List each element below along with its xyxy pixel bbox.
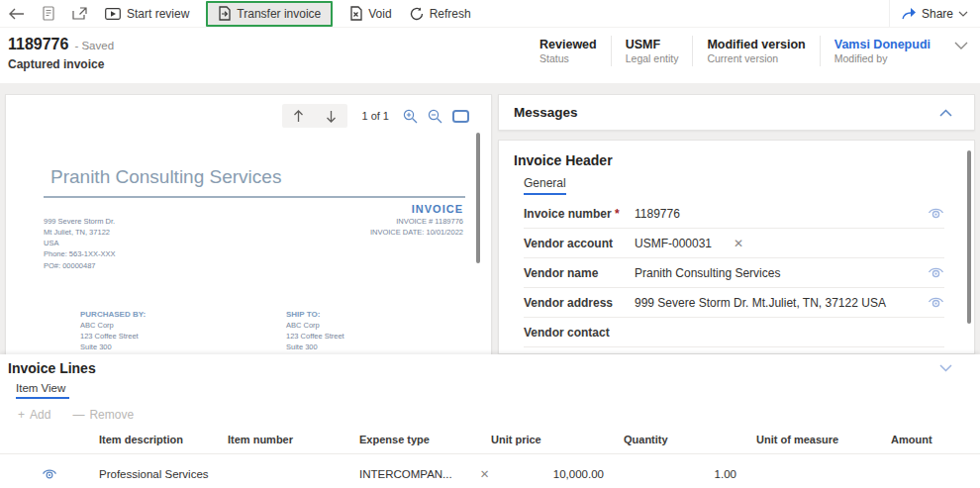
field-label: Vendor address bbox=[524, 296, 635, 310]
field-label: Vendor account bbox=[524, 237, 635, 250]
cell-expense-type[interactable]: INTERCOMPAN... ✕ bbox=[359, 454, 491, 487]
cell-item-description[interactable]: Professional Services bbox=[99, 454, 228, 487]
doc-po-number: PO#: 00000487 bbox=[44, 260, 96, 271]
fact-modified-by-value[interactable]: Vamsi Donepudi bbox=[834, 38, 931, 51]
invoice-header-panel: Invoice Header General Invoice number * … bbox=[498, 140, 975, 354]
refresh-button[interactable]: Refresh bbox=[401, 2, 480, 26]
page-indicator: 1 of 1 bbox=[361, 110, 389, 122]
void-button[interactable]: Void bbox=[341, 2, 400, 26]
clear-expense-type-icon[interactable]: ✕ bbox=[480, 467, 490, 481]
add-line-button[interactable]: + Add bbox=[18, 408, 50, 422]
record-id: 1189776 bbox=[8, 36, 68, 53]
fact-legal-entity-value: USMF bbox=[626, 38, 679, 51]
invoice-lines-panel: Invoice Lines Item View + Add — Remove I… bbox=[0, 354, 980, 488]
add-line-label: Add bbox=[30, 408, 50, 422]
locate-in-document-eye-icon[interactable] bbox=[928, 296, 944, 309]
field-label: Invoice number bbox=[524, 207, 612, 221]
captured-invoice-page: Start review Transfer invoice Void Refre… bbox=[0, 0, 980, 488]
clear-vendor-account-icon[interactable]: ✕ bbox=[734, 237, 743, 250]
invoice-header-title: Invoice Header bbox=[499, 141, 974, 168]
field-label: Vendor name bbox=[524, 266, 635, 280]
fact-legal-entity: USMF Legal entity bbox=[612, 36, 694, 66]
remove-line-button[interactable]: — Remove bbox=[72, 408, 134, 422]
cell-amount[interactable] bbox=[891, 454, 980, 487]
back-button[interactable] bbox=[0, 2, 34, 26]
fact-modified-by-label: Modified by bbox=[834, 52, 931, 64]
vendor-account-input[interactable]: USMF-000031 bbox=[635, 237, 712, 250]
preview-scrollbar[interactable] bbox=[476, 133, 480, 263]
row-locate-eye-icon[interactable] bbox=[0, 454, 99, 487]
share-button[interactable]: Share bbox=[889, 0, 980, 27]
document-preview-button[interactable] bbox=[34, 2, 63, 26]
invoice-document-image: Pranith Consulting Services INVOICE 999 … bbox=[6, 129, 491, 360]
open-in-new-window-button[interactable] bbox=[63, 2, 96, 26]
doc-company-name: Pranith Consulting Services bbox=[50, 166, 281, 188]
invoice-header-scrollbar[interactable] bbox=[967, 150, 971, 324]
fact-legal-entity-label: Legal entity bbox=[626, 52, 679, 64]
column-item-number: Item number bbox=[228, 430, 359, 454]
invoice-number-input[interactable]: 1189776 bbox=[635, 207, 680, 221]
fact-current-version-label: Current version bbox=[707, 52, 805, 64]
header-facts: Reviewed Status USMF Legal entity Modifi… bbox=[526, 36, 944, 83]
record-subtitle: Captured invoice bbox=[8, 57, 114, 71]
cell-item-number[interactable] bbox=[228, 454, 359, 487]
fit-to-width-icon[interactable] bbox=[452, 110, 469, 123]
cell-unit-of-measure[interactable] bbox=[756, 454, 891, 487]
refresh-label: Refresh bbox=[430, 7, 471, 21]
column-unit-price: Unit price bbox=[491, 430, 624, 454]
header-expand-chevron-icon[interactable] bbox=[954, 42, 968, 83]
column-unit-of-measure: Unit of measure bbox=[756, 430, 891, 454]
share-chevron-icon bbox=[958, 11, 968, 17]
invoice-lines-title: Invoice Lines bbox=[8, 360, 96, 376]
void-icon bbox=[349, 6, 362, 21]
messages-panel[interactable]: Messages bbox=[498, 94, 975, 131]
required-asterisk: * bbox=[615, 207, 620, 221]
start-review-label: Start review bbox=[127, 7, 189, 21]
cell-quantity[interactable]: 1.00 bbox=[624, 454, 756, 487]
open-in-new-window-icon bbox=[72, 7, 87, 20]
doc-vendor-address: 999 Severe Storm Dr. Mt Juliet, TN, 3712… bbox=[44, 216, 116, 259]
field-label: Vendor contact bbox=[524, 326, 635, 340]
fact-status: Reviewed Status bbox=[526, 36, 612, 66]
field-vendor-contact: Vendor contact bbox=[524, 318, 944, 347]
column-item-description: Item description bbox=[99, 430, 228, 454]
tab-item-view[interactable]: Item View bbox=[16, 382, 69, 399]
vendor-address-input[interactable]: 999 Severe Storm Dr. Mt.Juliet, TN, 3712… bbox=[635, 296, 886, 310]
remove-line-label: Remove bbox=[89, 408, 134, 422]
invoice-lines-table: Item description Item number Expense typ… bbox=[0, 430, 980, 487]
vendor-name-input[interactable]: Pranith Consulting Services bbox=[635, 266, 780, 280]
zoom-out-icon[interactable] bbox=[428, 109, 442, 124]
column-amount: Amount bbox=[891, 430, 980, 454]
invoice-lines-collapse-chevron-icon[interactable] bbox=[939, 364, 952, 372]
start-review-icon bbox=[105, 8, 121, 20]
transfer-invoice-icon bbox=[218, 6, 231, 21]
fact-status-label: Status bbox=[539, 52, 597, 64]
next-page-button[interactable] bbox=[315, 104, 347, 128]
start-review-button[interactable]: Start review bbox=[96, 2, 198, 26]
doc-invoice-label: INVOICE bbox=[412, 203, 463, 215]
void-label: Void bbox=[368, 7, 391, 21]
messages-collapse-chevron-icon[interactable] bbox=[939, 109, 952, 117]
column-spacer bbox=[0, 430, 99, 454]
minus-icon: — bbox=[72, 408, 84, 422]
zoom-in-icon[interactable] bbox=[403, 109, 418, 124]
record-title-block: 1189776 - Saved Captured invoice bbox=[8, 36, 114, 83]
doc-divider bbox=[44, 196, 465, 198]
tab-general[interactable]: General bbox=[524, 176, 566, 195]
page-navigation bbox=[282, 104, 347, 128]
doc-purchased-by-block: PURCHASED BY: ABC Corp 123 Coffee Street… bbox=[80, 310, 146, 352]
previous-page-button[interactable] bbox=[282, 104, 315, 128]
refresh-icon bbox=[410, 7, 424, 21]
invoice-header-fields: Invoice number * 1189776 Vendor account … bbox=[499, 199, 974, 347]
doc-ship-to-block: SHIP TO: ABC Corp 123 Coffee Street Suit… bbox=[286, 310, 344, 352]
cell-unit-price[interactable]: 10,000.00 bbox=[491, 454, 624, 487]
fact-modified-by: Vamsi Donepudi Modified by bbox=[821, 36, 944, 66]
locate-in-document-eye-icon[interactable] bbox=[928, 266, 944, 279]
field-vendor-name: Vendor name Pranith Consulting Services bbox=[524, 258, 944, 288]
record-header: 1189776 - Saved Captured invoice Reviewe… bbox=[0, 28, 980, 83]
column-expense-type: Expense type bbox=[359, 430, 491, 454]
transfer-invoice-button[interactable]: Transfer invoice bbox=[206, 1, 333, 27]
locate-in-document-eye-icon[interactable] bbox=[928, 207, 944, 220]
document-icon bbox=[43, 6, 54, 21]
back-arrow-icon bbox=[9, 8, 25, 20]
